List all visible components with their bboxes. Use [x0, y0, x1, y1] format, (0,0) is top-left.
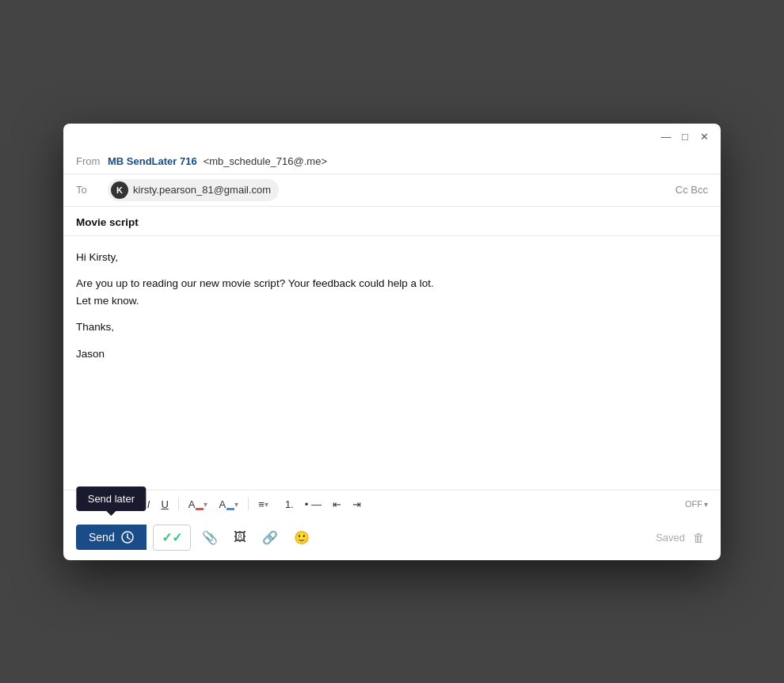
indent-button[interactable]: ⇥ — [348, 495, 366, 513]
toolbar-divider-1 — [178, 498, 179, 510]
from-display-name: MB SendLater 716 — [108, 155, 197, 167]
body-thanks: Thanks, — [76, 319, 708, 336]
bottom-bar: Send later Send ✓✓ 📎 🖼 🔗 — [63, 518, 721, 560]
image-button[interactable]: 🖼 — [229, 525, 251, 549]
email-body[interactable]: Hi Kirsty, Are you up to reading our new… — [63, 236, 721, 490]
saved-label: Saved — [656, 532, 685, 544]
off-dropdown-arrow: ▾ — [704, 500, 708, 509]
toolbar-divider-2 — [248, 498, 249, 510]
clock-icon — [121, 531, 134, 544]
attachment-button[interactable]: 📎 — [197, 525, 223, 550]
unordered-list-button[interactable]: • — — [300, 495, 326, 513]
to-row: To K kirsty.pearson_81@gmail.com Cc Bcc — [63, 174, 721, 206]
outdent-button[interactable]: ⇤ — [328, 495, 346, 513]
confirm-button[interactable]: ✓✓ — [153, 525, 191, 551]
emoji-icon: 🙂 — [294, 530, 310, 545]
send-button[interactable]: Send — [76, 525, 147, 550]
recipient-email: kirsty.pearson_81@gmail.com — [133, 184, 271, 196]
subject-row: Movie script — [63, 206, 721, 236]
highlight-icon: A — [219, 498, 234, 510]
minimize-button[interactable]: — — [660, 132, 672, 143]
svg-line-2 — [127, 538, 130, 540]
align-icon: ≡ — [258, 498, 265, 510]
emoji-button[interactable]: 🙂 — [289, 525, 314, 550]
delete-button[interactable]: 🗑 — [690, 528, 708, 548]
paperclip-icon: 📎 — [202, 530, 218, 545]
link-icon: 🔗 — [262, 530, 278, 545]
text-color-icon: A — [188, 498, 204, 510]
trash-icon: 🗑 — [693, 531, 705, 544]
off-badge: OFF ▾ — [685, 499, 708, 509]
highlight-dropdown-arrow: ▾ — [234, 500, 238, 509]
body-signature: Jason — [76, 345, 708, 363]
outdent-icon: ⇤ — [333, 498, 341, 510]
highlight-color-button[interactable]: A ▾ — [214, 495, 243, 513]
unordered-list-icon: • — — [305, 498, 322, 510]
maximize-button[interactable]: □ — [679, 132, 691, 143]
send-button-group: Send later Send — [76, 525, 147, 550]
ordered-list-button[interactable]: 1. — [275, 495, 299, 513]
title-bar: — □ ✕ — [63, 124, 721, 149]
ordered-list-icon: 1. — [280, 498, 294, 510]
text-color-dropdown-arrow: ▾ — [204, 500, 207, 509]
from-row: From MB SendLater 716 <mb_schedule_716@.… — [63, 149, 721, 174]
link-button[interactable]: 🔗 — [257, 525, 283, 550]
align-dropdown-arrow: ▾ — [265, 500, 268, 509]
avatar: K — [111, 181, 128, 199]
from-email: <mb_schedule_716@.me> — [204, 155, 327, 167]
formatting-toolbar: Arial 10 ▾ B I U A ▾ A ▾ ≡ ▾ 1. • — ⇤ — [63, 490, 721, 518]
body-paragraph: Are you up to reading our new movie scri… — [76, 275, 708, 309]
window-controls: — □ ✕ — [660, 132, 710, 143]
recipient-chip[interactable]: K kirsty.pearson_81@gmail.com — [108, 179, 279, 201]
text-color-button[interactable]: A ▾ — [184, 495, 213, 513]
send-label: Send — [89, 531, 115, 544]
checkmark-icon: ✓✓ — [162, 530, 182, 545]
saved-status: Saved 🗑 — [656, 528, 708, 548]
from-label: From — [76, 155, 101, 167]
subject-text: Movie script — [76, 216, 139, 228]
underline-button[interactable]: U — [156, 495, 173, 513]
to-label: To — [76, 184, 101, 196]
indent-icon: ⇥ — [352, 498, 361, 510]
align-button[interactable]: ≡ ▾ — [253, 495, 273, 513]
image-icon: 🖼 — [234, 530, 246, 544]
body-greeting: Hi Kirsty, — [76, 249, 708, 266]
compose-window: — □ ✕ From MB SendLater 716 <mb_schedule… — [63, 124, 721, 560]
close-button[interactable]: ✕ — [698, 132, 710, 143]
cc-bcc-button[interactable]: Cc Bcc — [676, 184, 708, 196]
send-later-tooltip: Send later — [77, 486, 146, 511]
